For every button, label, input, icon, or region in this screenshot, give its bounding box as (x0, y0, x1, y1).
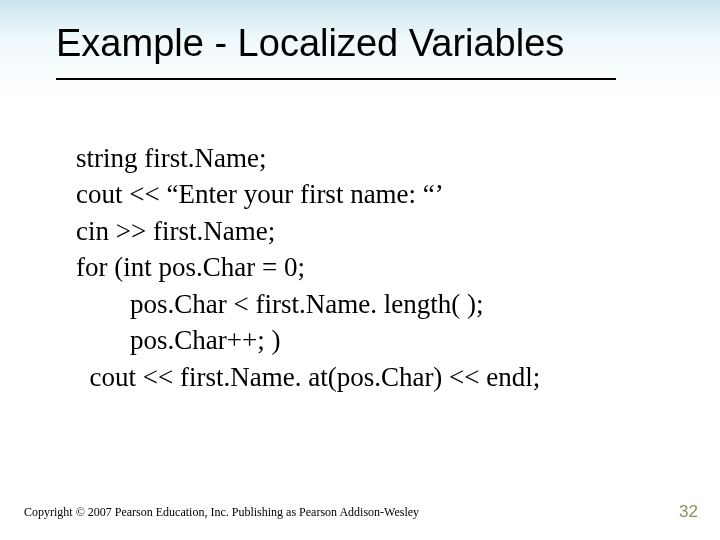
title-underline (56, 78, 616, 80)
code-line: cin >> first.Name; (76, 213, 680, 249)
code-line: string first.Name; (76, 140, 680, 176)
page-number: 32 (679, 502, 698, 522)
code-line: pos.Char < first.Name. length( ); (76, 286, 680, 322)
slide: Example - Localized Variables string fir… (0, 0, 720, 540)
code-line: pos.Char++; ) (76, 322, 680, 358)
code-line: cout << “Enter your first name: “’ (76, 176, 680, 212)
copyright-footer: Copyright © 2007 Pearson Education, Inc.… (24, 505, 419, 520)
code-line: for (int pos.Char = 0; (76, 249, 680, 285)
code-block: string first.Name; cout << “Enter your f… (76, 140, 680, 395)
slide-title: Example - Localized Variables (56, 22, 564, 65)
code-line: cout << first.Name. at(pos.Char) << endl… (76, 359, 680, 395)
